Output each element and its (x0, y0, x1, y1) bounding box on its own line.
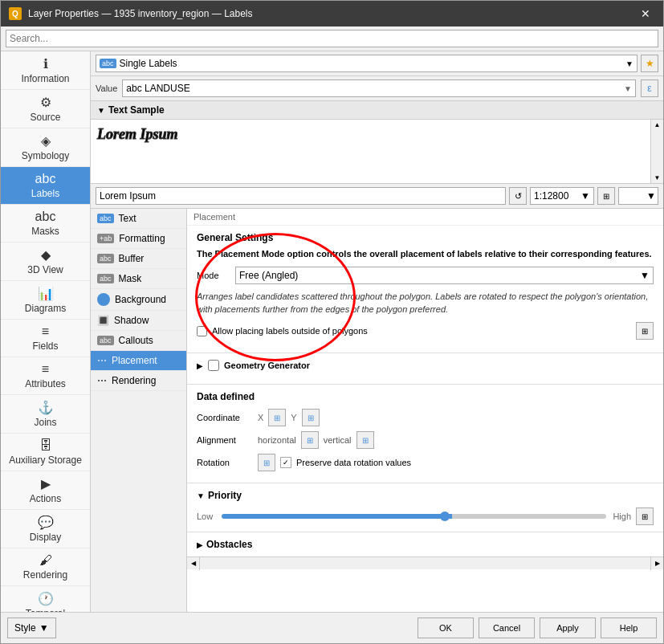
text-sample-header[interactable]: ▼ Text Sample (91, 101, 663, 120)
sidebar-item-information[interactable]: ℹ Information (1, 51, 90, 90)
sidebar-item-actions[interactable]: ▶ Actions (1, 471, 90, 510)
coordinate-row: Coordinate X ⊞ Y ⊞ (197, 409, 654, 426)
placement-panel: Placement General Settings The Placement… (187, 209, 663, 612)
sidebar-item-label: Auxiliary Storage (9, 454, 82, 466)
rotation-row: Rotation ⊞ ✓ Preserve data rotation valu… (197, 454, 654, 471)
priority-slider[interactable] (222, 514, 606, 519)
symbology-icon: ◈ (41, 133, 51, 149)
sidebar-item-label: Symbology (22, 150, 69, 161)
coordinate-label: Coordinate (197, 413, 253, 422)
horizontal-data-defined-button[interactable]: ⊞ (301, 431, 319, 449)
vertical-data-defined-button[interactable]: ⊞ (356, 431, 374, 449)
main-window: Q Layer Properties — 1935 inventory_regi… (0, 0, 664, 644)
obstacles-title: Obstacles (206, 539, 252, 550)
placement-icon: ⋯ (97, 355, 107, 366)
sub-nav-placement[interactable]: ⋯ Placement (91, 351, 186, 371)
y-data-defined-button[interactable]: ⊞ (302, 409, 320, 426)
rotation-label: Rotation (197, 458, 253, 467)
scale-dropdown[interactable]: 1:12800 ▼ (530, 187, 594, 205)
label-mode-dropdown[interactable]: abc Single Labels ▼ (96, 55, 638, 72)
rotation-data-defined-button[interactable]: ⊞ (258, 454, 275, 471)
sidebar-item-labels[interactable]: abc Labels (1, 167, 90, 205)
sidebar-item-source[interactable]: ⚙ Source (1, 90, 90, 128)
geometry-arrow-icon[interactable]: ▶ (197, 361, 203, 370)
sidebar-item-symbology[interactable]: ◈ Symbology (1, 128, 90, 167)
sidebar-item-label: Joins (34, 417, 56, 428)
sub-nav-shadow[interactable]: 🔳 Shadow (91, 311, 186, 331)
main-content: ℹ Information ⚙ Source ◈ Symbology abc L… (1, 51, 663, 612)
placement-desc-text: Arranges label candidates scattered thro… (197, 291, 654, 316)
diagrams-icon: 📊 (38, 286, 54, 301)
sub-nav-rendering-sub[interactable]: ⋯ Rendering (91, 371, 186, 391)
sidebar-item-label: Fields (32, 340, 58, 352)
sub-nav-callouts[interactable]: abc Callouts (91, 331, 186, 351)
scale-right-dropdown[interactable]: ▼ (618, 187, 658, 205)
sidebar-item-3dview[interactable]: ◆ 3D View (1, 243, 90, 281)
ok-button[interactable]: OK (418, 618, 474, 638)
sidebar-item-rendering[interactable]: 🖌 Rendering (1, 548, 90, 586)
vertical-label: vertical (324, 435, 352, 445)
sub-nav-mask[interactable]: abc Mask (91, 269, 186, 289)
sub-content-area: abc Text +ab Formatting abc Buffer abc M… (91, 209, 663, 612)
horizontal-scrollbar[interactable]: ◀ ▶ (187, 556, 663, 569)
search-input[interactable] (6, 30, 658, 47)
window-title: Layer Properties — 1935 inventory_region… (28, 8, 253, 19)
sub-nav-shadow-label: Shadow (114, 315, 149, 326)
undo-button[interactable]: ↺ (509, 187, 527, 205)
help-button[interactable]: Help (601, 618, 657, 638)
map-tool-button[interactable]: ⊞ (597, 187, 615, 205)
geometry-section: ▶ Geometry Generator (187, 353, 663, 384)
favorite-button[interactable]: ★ (641, 55, 658, 72)
geometry-generator-checkbox[interactable] (208, 360, 219, 371)
close-button[interactable]: ✕ (636, 6, 655, 22)
mode-value: Free (Angled) (239, 270, 298, 281)
cancel-button[interactable]: Cancel (479, 618, 535, 638)
obstacles-header[interactable]: ▶ Obstacles (197, 539, 654, 550)
sidebar-item-masks[interactable]: abc Masks (1, 205, 90, 243)
apply-button[interactable]: Apply (540, 618, 596, 638)
mode-label: Mode (197, 271, 229, 280)
expression-button[interactable]: ε (641, 79, 658, 97)
mode-dropdown[interactable]: Free (Angled) ▼ (235, 267, 654, 284)
rendering-sub-icon: ⋯ (97, 375, 107, 386)
allow-outside-checkbox[interactable] (197, 326, 207, 336)
sidebar-item-display[interactable]: 💬 Display (1, 510, 90, 548)
lorem-input-field[interactable] (96, 187, 506, 205)
sub-nav-text[interactable]: abc Text (91, 209, 186, 229)
placement-title: Placement (187, 209, 663, 226)
sub-nav-formatting[interactable]: +ab Formatting (91, 229, 186, 249)
sub-nav-formatting-label: Formatting (119, 233, 165, 244)
sidebar-item-fields[interactable]: ≡ Fields (1, 320, 90, 357)
masks-icon: abc (35, 210, 56, 224)
scroll-left-icon[interactable]: ◀ (187, 557, 200, 570)
sidebar-item-diagrams[interactable]: 📊 Diagrams (1, 281, 90, 320)
scroll-up-icon[interactable]: ▲ (651, 120, 663, 130)
sidebar-item-joins[interactable]: ⚓ Joins (1, 395, 90, 434)
scroll-right-icon[interactable]: ▶ (650, 557, 663, 570)
title-bar: Q Layer Properties — 1935 inventory_regi… (1, 1, 663, 26)
allow-outside-data-defined-button[interactable]: ⊞ (636, 322, 654, 340)
value-bar: Value abc LANDUSE ▼ ε (91, 76, 663, 101)
style-button[interactable]: Style ▼ (7, 618, 56, 638)
scroll-down-icon[interactable]: ▼ (651, 173, 663, 183)
value-dropdown[interactable]: abc LANDUSE ▼ (122, 79, 636, 97)
priority-data-defined-button[interactable]: ⊞ (636, 507, 654, 525)
sub-nav-buffer[interactable]: abc Buffer (91, 249, 186, 269)
sidebar-item-attributes[interactable]: ≡ Attributes (1, 357, 90, 395)
x-label: X (258, 413, 263, 422)
slider-thumb[interactable] (440, 512, 450, 521)
sub-nav-text-label: Text (119, 213, 136, 224)
temporal-icon: 🕐 (38, 591, 54, 606)
fields-icon: ≡ (42, 324, 49, 339)
priority-arrow-icon: ▼ (197, 491, 205, 500)
text-sample-label: Text Sample (108, 104, 165, 116)
text-sample-scrollbar[interactable]: ▲ ▼ (650, 120, 663, 183)
sub-nav-rendering-label: Rendering (112, 375, 156, 386)
search-toolbar (1, 26, 663, 51)
value-dropdown-text: abc LANDUSE (126, 83, 189, 94)
sub-nav-background[interactable]: Background (91, 289, 186, 311)
sidebar-item-temporal[interactable]: 🕐 Temporal (1, 586, 90, 612)
sidebar-item-auxiliary[interactable]: 🗄 Auxiliary Storage (1, 434, 90, 471)
x-data-defined-button[interactable]: ⊞ (268, 409, 286, 426)
preserve-checkbox[interactable]: ✓ (280, 457, 291, 468)
